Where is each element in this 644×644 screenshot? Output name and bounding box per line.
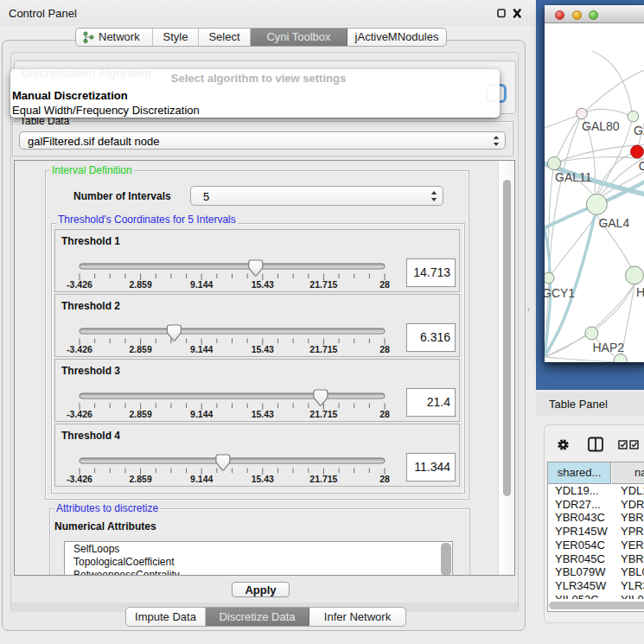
svg-text:GAL4: GAL4 [598,216,629,230]
svg-text:9.144: 9.144 [190,474,213,484]
svg-text:-3.426: -3.426 [67,279,92,290]
svg-text:2.859: 2.859 [129,474,151,484]
svg-text:CD: CD [639,159,644,173]
svg-text:GCY1: GCY1 [545,286,575,300]
svg-text:21.715: 21.715 [309,344,337,354]
svg-text:28: 28 [379,279,390,290]
svg-text:28: 28 [379,474,390,484]
svg-text:HAP2: HAP2 [593,341,625,354]
svg-text:9.144: 9.144 [190,279,213,290]
svg-text:2.859: 2.859 [129,344,151,354]
svg-text:15.43: 15.43 [252,344,274,354]
svg-text:H: H [636,285,644,299]
svg-text:GAL11: GAL11 [555,170,592,184]
svg-text:15.43: 15.43 [252,409,274,419]
svg-text:21.715: 21.715 [309,474,337,484]
svg-text:28: 28 [379,409,390,419]
svg-text:28: 28 [379,344,390,354]
svg-text:9.144: 9.144 [190,409,213,419]
svg-text:-3.426: -3.426 [67,474,92,484]
svg-text:-3.426: -3.426 [67,409,92,419]
svg-text:21.715: 21.715 [309,279,337,290]
svg-text:21.715: 21.715 [309,409,337,419]
svg-text:2.859: 2.859 [129,409,151,419]
svg-text:15.43: 15.43 [252,474,274,484]
svg-text:-3.426: -3.426 [67,344,92,354]
svg-text:15.43: 15.43 [252,279,274,290]
svg-text:GA: GA [634,124,644,137]
svg-text:2.859: 2.859 [129,279,151,290]
svg-text:GAL80: GAL80 [582,119,620,133]
svg-text:9.144: 9.144 [190,344,213,354]
